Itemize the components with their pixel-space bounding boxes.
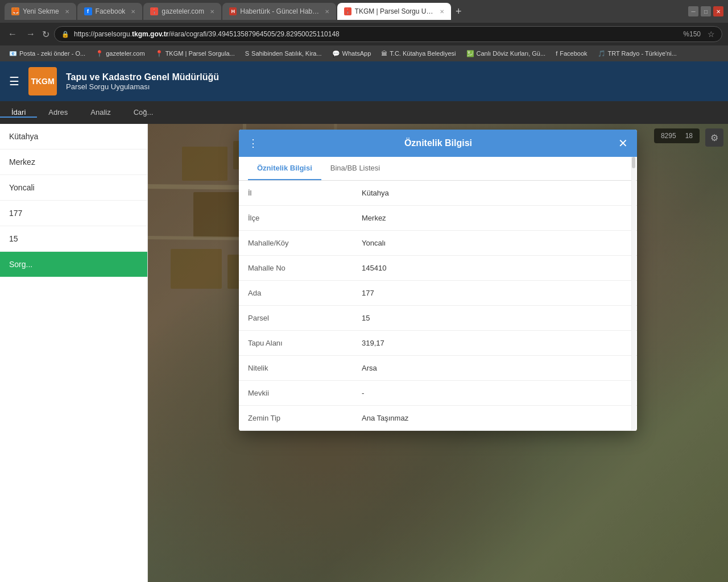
zoom-level: %150 <box>681 30 703 38</box>
tab-close-button[interactable]: ✕ <box>325 9 329 15</box>
left-panel-item: 15 <box>0 226 147 252</box>
bookmark-label: T.C. Kütahya Belediyesi <box>390 50 456 57</box>
field-label: Ada <box>239 281 353 306</box>
field-value: Merkez <box>353 206 637 231</box>
tab-favicon: H <box>229 7 237 15</box>
tab-close-button[interactable]: ✕ <box>131 9 135 15</box>
table-row: İlçe Merkez <box>239 206 637 231</box>
browser-tab-tab1[interactable]: 🦊 Yeni Sekme ✕ <box>5 3 76 20</box>
bookmark-icon: 📍 <box>155 50 163 57</box>
bookmark-item[interactable]: 📧Posta - zeki önder - O... <box>5 49 90 59</box>
field-label: İlçe <box>239 206 353 231</box>
sub-title: Parsel Sorgu Uygulaması <box>66 82 219 91</box>
field-value: 319,17 <box>353 331 637 356</box>
field-label: Tapu Alanı <box>239 331 353 356</box>
url-bar[interactable]: 🔒 https://parselsorgu.tkgm.gov.tr/#ara/c… <box>54 26 722 42</box>
bookmark-icon: S <box>245 50 249 57</box>
bookmark-item[interactable]: 📍gazeteler.com <box>91 49 149 59</box>
modal-content: İl Kütahya İlçe Merkez Mahalle/Köy Yonca… <box>239 181 637 431</box>
bookmark-item[interactable]: fFacebook <box>551 49 592 59</box>
modal-tab-bina-bb listesi[interactable]: Bina/BB Listesi <box>321 157 389 180</box>
left-panel-item: Yoncali <box>0 175 147 201</box>
tab-close-button[interactable]: ✕ <box>65 9 69 15</box>
table-row: Mevkii - <box>239 381 637 406</box>
field-value: 15 <box>353 306 637 331</box>
tab-favicon: 🦊 <box>11 7 19 15</box>
tab-close-button[interactable]: ✕ <box>440 9 444 15</box>
sorg-button[interactable]: Sorg... <box>0 252 147 277</box>
tab-favicon: f <box>84 7 92 15</box>
tab-bar: 🦊 Yeni Sekme ✕ f Facebook ✕ 📍 gazeteler.… <box>0 0 728 23</box>
maximize-button[interactable]: □ <box>701 6 711 16</box>
table-row: İl Kütahya <box>239 181 637 206</box>
modal-title: Öznitelik Bilgisi <box>265 138 611 148</box>
bookmark-item[interactable]: 🏛T.C. Kütahya Belediyesi <box>377 49 460 59</box>
new-tab-button[interactable]: + <box>452 6 465 18</box>
bookmark-icon: 📧 <box>9 50 17 57</box>
bookmark-label: WhatsApp <box>342 50 371 57</box>
bookmark-icon: 📍 <box>96 50 104 57</box>
map-tab-coğ...[interactable]: Coğ... <box>122 108 165 118</box>
field-label: Nitelik <box>239 356 353 381</box>
field-label: Mahalle No <box>239 256 353 281</box>
refresh-button[interactable]: ↻ <box>42 29 49 40</box>
bookmark-label: TKGM | Parsel Sorgula... <box>166 50 235 57</box>
field-value: Ana Taşınmaz <box>353 406 637 431</box>
field-label: İl <box>239 181 353 206</box>
left-panel-item: 177 <box>0 201 147 226</box>
modal-tabs: Öznitelik BilgisiBina/BB Listesi <box>239 157 637 181</box>
back-button[interactable]: ← <box>6 27 19 41</box>
tabs-container: 🦊 Yeni Sekme ✕ f Facebook ✕ 📍 gazeteler.… <box>5 3 681 20</box>
bookmarks-bar: 📧Posta - zeki önder - O...📍gazeteler.com… <box>0 45 728 61</box>
tkgm-title: Tapu ve Kadastro Genel Müdürlüğü Parsel … <box>66 72 219 91</box>
bookmark-label: gazeteler.com <box>106 50 144 57</box>
tkgm-logo: TKGM <box>28 67 57 95</box>
field-label: Mevkii <box>239 381 353 406</box>
table-row: Nitelik Arsa <box>239 356 637 381</box>
modal-close-button[interactable]: ✕ <box>618 136 628 150</box>
bookmark-icon: 💬 <box>332 50 340 57</box>
bookmark-star[interactable]: ☆ <box>708 30 715 39</box>
minimize-button[interactable]: ─ <box>688 6 698 16</box>
menu-icon[interactable]: ☰ <box>9 74 19 88</box>
field-value: 145410 <box>353 256 637 281</box>
bookmark-label: Canlı Döviz Kurları, Gü... <box>477 50 546 57</box>
main-title: Tapu ve Kadastro Genel Müdürlüğü <box>66 72 219 82</box>
modal-header: ⋮ Öznitelik Bilgisi ✕ <box>239 130 637 157</box>
table-row: Tapu Alanı 319,17 <box>239 331 637 356</box>
map-tab-i̇dari[interactable]: İdari <box>0 108 37 118</box>
field-value: 177 <box>353 281 637 306</box>
window-controls: ─ □ ✕ <box>688 6 723 16</box>
modal-dots-button[interactable]: ⋮ <box>248 137 258 149</box>
browser-tab-tab5[interactable]: 📍 TKGM | Parsel Sorgu Uygu... ✕ <box>337 3 451 20</box>
bookmark-icon: f <box>556 50 557 57</box>
bookmark-item[interactable]: SSahibinden Satılık, Kira... <box>241 49 326 59</box>
field-value: Arsa <box>353 356 637 381</box>
browser-tab-tab3[interactable]: 📍 gazeteler.com ✕ <box>143 3 221 20</box>
tab-close-button[interactable]: ✕ <box>210 9 214 15</box>
bookmark-label: Posta - zeki önder - O... <box>19 50 85 57</box>
left-panel: KütahyaMerkezYoncali17715 Sorg... <box>0 124 148 582</box>
bookmark-item[interactable]: 🎵TRT Radyo - Türkiye'ni... <box>593 49 681 59</box>
close-button[interactable]: ✕ <box>713 6 723 16</box>
modal-overlay: ⋮ Öznitelik Bilgisi ✕ Öznitelik BilgisiB… <box>148 124 728 582</box>
tkgm-header: ☰ TKGM Tapu ve Kadastro Genel Müdürlüğü … <box>0 61 728 101</box>
field-label: Parsel <box>239 306 353 331</box>
field-value: Kütahya <box>353 181 637 206</box>
modal-tab-öznitelik bilgisi[interactable]: Öznitelik Bilgisi <box>248 157 321 180</box>
bookmark-item[interactable]: 💹Canlı Döviz Kurları, Gü... <box>462 49 551 59</box>
address-bar: ← → ↻ 🔒 https://parselsorgu.tkgm.gov.tr/… <box>0 23 728 45</box>
bookmark-icon: 🎵 <box>598 50 606 57</box>
tab-favicon: 📍 <box>150 7 158 15</box>
bookmark-item[interactable]: 📍TKGM | Parsel Sorgula... <box>151 49 239 59</box>
map-tab-analiz[interactable]: Analiz <box>79 108 122 118</box>
forward-button[interactable]: → <box>24 27 38 41</box>
tab-label: TKGM | Parsel Sorgu Uygu... <box>355 7 434 15</box>
browser-tab-tab4[interactable]: H Habertürk - Güncel Haber... ✕ <box>222 3 336 20</box>
tab-label: Habertürk - Güncel Haber... <box>240 7 319 15</box>
bookmark-item[interactable]: 💬WhatsApp <box>328 49 376 59</box>
browser-tab-tab2[interactable]: f Facebook ✕ <box>77 3 143 20</box>
map-tab-adres[interactable]: Adres <box>37 108 79 118</box>
field-label: Mahalle/Köy <box>239 231 353 256</box>
tab-label: Facebook <box>96 7 126 15</box>
